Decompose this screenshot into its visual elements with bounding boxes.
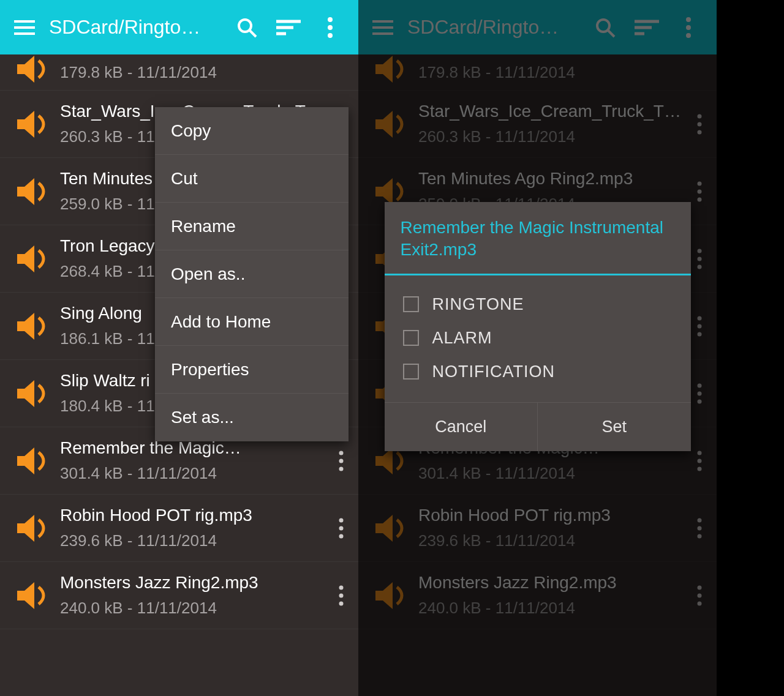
checkbox-icon (403, 330, 419, 346)
menu-item-cut[interactable]: Cut (155, 155, 349, 203)
option-label: ALARM (432, 329, 492, 348)
option-ringtone[interactable]: RINGTONE (403, 288, 673, 321)
audio-icon (5, 581, 60, 610)
audio-icon (5, 446, 60, 476)
toolbar-actions (235, 17, 352, 38)
list-item[interactable]: Monsters Jazz Ring2.mp3240.0 kB - 11/11/… (0, 562, 358, 629)
audio-icon (5, 514, 60, 543)
svg-point-6 (339, 458, 344, 463)
hamburger-icon (14, 20, 35, 35)
dialog-options: RINGTONE ALARM NOTIFICATION (385, 275, 691, 402)
svg-point-9 (339, 526, 344, 530)
menu-button[interactable] (6, 20, 43, 35)
svg-point-3 (328, 25, 333, 30)
audio-icon (5, 312, 60, 341)
menu-item-copy[interactable]: Copy (155, 107, 349, 155)
screen-right: SDCard/Ringto… 179.8 kB - 11/11/2014 Sta… (358, 0, 717, 696)
search-button[interactable] (235, 17, 259, 38)
checkbox-icon (403, 296, 419, 312)
file-meta: 240.0 kB - 11/11/2014 (60, 599, 329, 618)
menu-item-set-as[interactable]: Set as... (155, 394, 349, 441)
audio-icon (5, 54, 60, 84)
option-label: NOTIFICATION (432, 362, 556, 381)
more-vert-icon (339, 451, 344, 471)
menu-item-properties[interactable]: Properties (155, 346, 349, 394)
svg-point-8 (339, 518, 344, 522)
audio-icon (5, 379, 60, 408)
sort-button[interactable] (276, 17, 301, 38)
item-overflow-button[interactable] (329, 518, 353, 539)
cancel-button[interactable]: Cancel (385, 403, 538, 451)
more-vert-icon (339, 585, 344, 606)
svg-point-11 (339, 585, 344, 589)
screen-left: SDCard/Ringto… 179.8 kB - 11/11/2014 (0, 0, 358, 696)
path-breadcrumb[interactable]: SDCard/Ringto… (43, 16, 235, 39)
checkbox-icon (403, 364, 419, 380)
file-name: Monsters Jazz Ring2.mp3 (60, 573, 329, 593)
svg-point-4 (328, 33, 333, 38)
option-notification[interactable]: NOTIFICATION (403, 355, 673, 389)
svg-line-1 (250, 31, 256, 37)
context-menu: Copy Cut Rename Open as.. Add to Home Pr… (155, 107, 349, 441)
item-overflow-button[interactable] (329, 585, 353, 606)
file-meta: 301.4 kB - 11/11/2014 (60, 464, 329, 483)
more-vert-icon (328, 17, 333, 38)
overflow-button[interactable] (318, 17, 342, 38)
file-meta: 239.6 kB - 11/11/2014 (60, 531, 329, 550)
search-icon (236, 17, 257, 38)
set-button[interactable]: Set (538, 403, 691, 451)
more-vert-icon (339, 518, 344, 539)
option-label: RINGTONE (432, 295, 524, 314)
audio-icon (5, 110, 60, 139)
dialog-actions: Cancel Set (385, 402, 691, 451)
item-overflow-button[interactable] (329, 451, 353, 471)
svg-point-13 (339, 601, 344, 605)
list-item[interactable]: Robin Hood POT rig.mp3239.6 kB - 11/11/2… (0, 495, 358, 562)
file-meta: 179.8 kB - 11/11/2014 (60, 63, 329, 82)
toolbar: SDCard/Ringto… (0, 0, 358, 54)
menu-item-open-as[interactable]: Open as.. (155, 250, 349, 298)
file-name: Robin Hood POT rig.mp3 (60, 506, 329, 525)
list-item[interactable]: 179.8 kB - 11/11/2014 (0, 54, 358, 91)
audio-icon (5, 244, 60, 274)
set-as-dialog: Remember the Magic Instrumental Exit2.mp… (385, 202, 691, 451)
option-alarm[interactable]: ALARM (403, 321, 673, 355)
svg-point-12 (339, 593, 344, 597)
svg-point-2 (328, 17, 333, 22)
audio-icon (5, 177, 60, 206)
menu-item-add-to-home[interactable]: Add to Home (155, 298, 349, 346)
svg-point-10 (339, 534, 344, 538)
svg-point-5 (339, 451, 344, 455)
menu-item-rename[interactable]: Rename (155, 203, 349, 250)
sort-icon (276, 20, 301, 36)
svg-point-0 (239, 20, 251, 32)
dialog-title: Remember the Magic Instrumental Exit2.mp… (385, 202, 691, 274)
svg-point-7 (339, 466, 344, 471)
